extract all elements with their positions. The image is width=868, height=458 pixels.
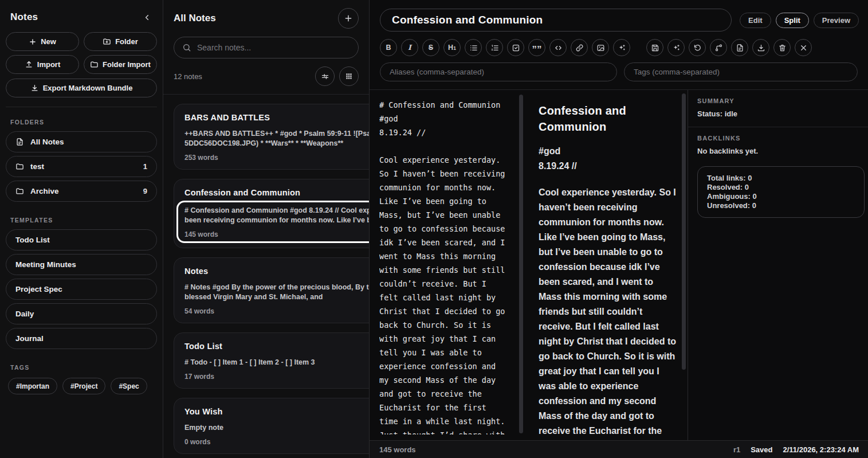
folder-count-badge: 1 xyxy=(143,162,147,171)
sidebar-title: Notes xyxy=(10,11,38,23)
delete-note-button[interactable] xyxy=(773,39,791,56)
note-card-todo-list[interactable]: Todo List # Todo - [ ] Item 1 - [ ] Item… xyxy=(174,332,369,389)
sidebar-item-test[interactable]: test 1 xyxy=(6,156,157,177)
view-mode-switch: Edit Split Preview xyxy=(740,13,859,28)
preview-scrollbar[interactable] xyxy=(682,93,686,370)
ordered-list-icon xyxy=(490,44,499,52)
image-button[interactable] xyxy=(592,39,609,56)
export-note-button[interactable] xyxy=(752,39,769,56)
bold-button[interactable]: B xyxy=(380,39,397,56)
import-button[interactable]: Import xyxy=(6,55,79,74)
note-card-snippet: # Notes #god By the power of the preciou… xyxy=(184,283,369,302)
search-input[interactable] xyxy=(197,43,350,52)
ordered-list-button[interactable] xyxy=(486,39,503,56)
preview-tag-line: #god xyxy=(539,144,676,159)
editor-panel: Edit Split Preview B I S H1 ”” xyxy=(370,0,868,458)
link-button[interactable] xyxy=(571,39,588,56)
ai-assist-button[interactable] xyxy=(613,39,630,56)
template-label: Todo List xyxy=(15,236,50,244)
folder-import-button[interactable]: Folder Import xyxy=(84,55,157,74)
sidebar-collapse-button[interactable] xyxy=(140,10,154,24)
task-checkbox-button[interactable] xyxy=(507,39,524,56)
tag-chip-spec[interactable]: #Spec xyxy=(111,378,147,394)
note-card-wordcount: 145 words xyxy=(184,230,369,238)
new-note-button[interactable]: New xyxy=(6,32,79,51)
download-tray-icon xyxy=(757,44,765,52)
note-card-title: BARS AND BATTLES xyxy=(184,113,369,122)
chevron-left-icon xyxy=(143,13,151,22)
folder-label: test xyxy=(30,162,44,171)
grid-view-button[interactable] xyxy=(339,66,359,86)
template-file-icon xyxy=(736,44,744,52)
preview-date-line: 8.19.24 // xyxy=(539,159,676,174)
summary-label: SUMMARY xyxy=(697,97,859,104)
versions-button[interactable] xyxy=(710,39,727,56)
search-box xyxy=(174,37,359,58)
save-button[interactable] xyxy=(646,39,663,56)
preview-pane: Confession and Communion #god 8.19.24 //… xyxy=(524,90,688,440)
note-card-notes[interactable]: Notes # Notes #god By the power of the p… xyxy=(174,257,369,323)
template-item-todo-list[interactable]: Todo List xyxy=(6,229,157,250)
markdown-source-pane[interactable]: # Confession and Communion #god 8.19.24 … xyxy=(370,90,524,440)
ai-sparkles-icon xyxy=(672,44,681,52)
tag-chip-importan[interactable]: #Importan xyxy=(8,378,57,394)
folder-import-label: Folder Import xyxy=(103,60,151,69)
formatting-toolbar: B I S H1 ”” xyxy=(380,39,859,56)
note-title-input[interactable] xyxy=(380,9,732,32)
sidebar-item-archive[interactable]: Archive 9 xyxy=(6,181,157,202)
template-label: Journal xyxy=(15,334,44,343)
plus-icon xyxy=(29,38,37,46)
summary-section: SUMMARY Status: idle xyxy=(688,90,868,127)
preview-mode-button[interactable]: Preview xyxy=(814,13,859,28)
split-mode-button[interactable]: Split xyxy=(776,13,809,28)
template-item-project-spec[interactable]: Project Spec xyxy=(6,279,157,300)
code-icon xyxy=(554,44,563,52)
note-card-bars-and-battles[interactable]: BARS AND BATTLES ++BARS AND BATTLES++ * … xyxy=(174,104,369,170)
link-icon xyxy=(575,44,584,52)
tag-chip-project[interactable]: #Project xyxy=(62,378,105,394)
aliases-input[interactable] xyxy=(380,62,617,81)
add-note-button[interactable] xyxy=(338,8,359,29)
folder-icon xyxy=(90,60,99,69)
edit-mode-button[interactable]: Edit xyxy=(740,13,771,28)
template-item-daily[interactable]: Daily xyxy=(6,303,157,324)
sidebar-item-all-notes[interactable]: All Notes xyxy=(6,131,157,152)
sparkles-icon xyxy=(618,44,626,52)
note-card-snippet: ++BARS AND BATTLES++ * #god * Psalm 59:9… xyxy=(184,129,369,148)
status-word-count: 145 words xyxy=(379,445,416,454)
quote-button[interactable]: ”” xyxy=(528,39,545,56)
bold-icon: B xyxy=(386,44,391,52)
notes-count: 12 notes xyxy=(174,72,202,81)
note-card-confession-and-communion-selected[interactable]: Confession and Communion # Confession an… xyxy=(174,179,369,248)
template-item-meeting-minutes[interactable]: Meeting Minutes xyxy=(6,254,157,275)
new-folder-button[interactable]: Folder xyxy=(84,32,157,51)
note-card-snippet: # Confession and Communion #god 8.19.24 … xyxy=(184,206,369,225)
note-card-wordcount: 54 words xyxy=(184,307,369,315)
markdown-source-text[interactable]: # Confession and Communion #god 8.19.24 … xyxy=(379,98,516,434)
template-item-journal[interactable]: Journal xyxy=(6,328,157,349)
heading1-button[interactable]: H1 xyxy=(443,39,461,56)
strikethrough-button[interactable]: S xyxy=(422,39,439,56)
note-card-you-wish[interactable]: You Wish Empty note 0 words xyxy=(174,398,369,454)
undo-button[interactable] xyxy=(689,39,706,56)
ai-actions-button[interactable] xyxy=(667,39,685,56)
bullet-list-button[interactable] xyxy=(465,39,482,56)
undo-icon xyxy=(693,44,702,52)
notes-list-header-area: All Notes 12 notes xyxy=(163,0,369,95)
source-scrollbar[interactable] xyxy=(519,95,523,433)
italic-button[interactable]: I xyxy=(401,39,418,56)
strikethrough-icon: S xyxy=(429,44,433,52)
folders-section-label: FOLDERS xyxy=(6,107,157,131)
note-tags-input[interactable] xyxy=(624,62,858,81)
new-folder-label: Folder xyxy=(115,37,138,46)
close-editor-button[interactable] xyxy=(795,39,812,56)
note-card-title: Confession and Communion xyxy=(184,188,369,197)
branch-icon xyxy=(714,44,723,52)
code-button[interactable] xyxy=(549,39,567,56)
export-markdown-button[interactable]: Export Markdown Bundle xyxy=(6,79,157,97)
link-stat-total: Total links: 0 xyxy=(707,174,855,183)
template-button[interactable] xyxy=(731,39,748,56)
file-text-icon xyxy=(15,138,24,146)
filter-button[interactable] xyxy=(315,66,335,86)
status-timestamp: 2/11/2026, 2:23:24 AM xyxy=(783,445,859,454)
